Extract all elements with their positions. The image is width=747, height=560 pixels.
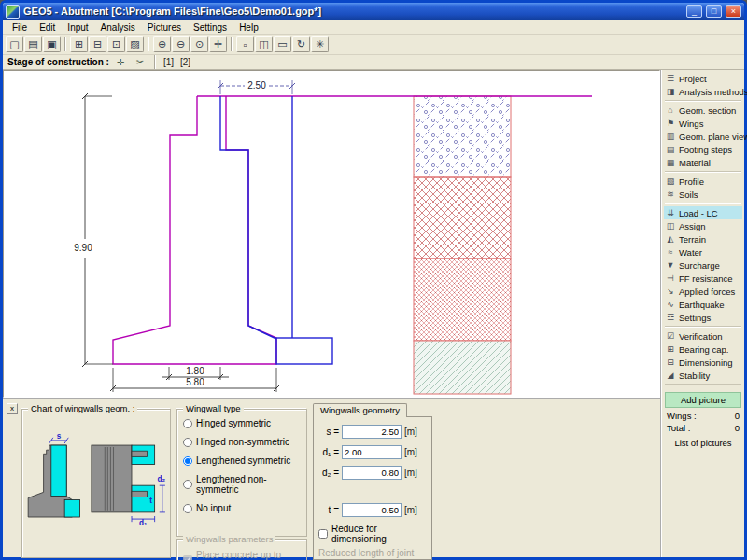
abutment-drawing: 2.50 9.90 1.80 bbox=[4, 71, 660, 396]
minimize-button[interactable]: _ bbox=[686, 5, 702, 18]
radio-no-input[interactable]: No input bbox=[183, 503, 301, 513]
wingwalls-parameters-group: Wingwalls parameters Place concrete up t… bbox=[176, 539, 307, 560]
sidebar-item-terrain[interactable]: ◭Terrain bbox=[664, 232, 742, 245]
sidebar-item-ff-resistance[interactable]: ⊣FF resistance bbox=[664, 272, 742, 285]
maximize-button[interactable]: □ bbox=[706, 5, 722, 18]
radio-lengthened-symmetric[interactable]: Lengthened symmetric bbox=[183, 455, 301, 466]
copy-picture-icon[interactable]: ⊟ bbox=[89, 36, 106, 52]
radio-hinged-symmetric[interactable]: Hinged symmetric bbox=[183, 418, 301, 428]
sidebar-item-verification[interactable]: ☑Verification bbox=[664, 329, 742, 343]
copy-dropdown-icon[interactable]: ⊡ bbox=[107, 36, 125, 52]
wingwall-type-group: Wingwall type Hinged symmetric Hinged no… bbox=[176, 409, 307, 537]
add-picture-button[interactable]: Add picture bbox=[665, 392, 741, 408]
sidebar-item-stability[interactable]: ◢Stability bbox=[664, 369, 742, 382]
radio-lengthened-non-symmetric[interactable]: Lengthened non-symmetric bbox=[183, 474, 301, 495]
sidebar-item-project[interactable]: ☰Project bbox=[664, 72, 742, 85]
radio-lengthened-symmetric-input[interactable] bbox=[183, 456, 192, 466]
d2-field[interactable] bbox=[342, 466, 402, 480]
menu-pictures[interactable]: Pictures bbox=[142, 22, 187, 33]
soils-icon: ≋ bbox=[665, 189, 676, 199]
wingwalls-parameters-title: Wingwalls parameters bbox=[183, 534, 275, 544]
sidebar-separator bbox=[665, 171, 741, 173]
menu-help[interactable]: Help bbox=[233, 22, 264, 33]
close-button[interactable]: × bbox=[726, 5, 741, 18]
load-lc-icon: ⇊ bbox=[665, 208, 676, 217]
stage-1-button[interactable]: [1] bbox=[162, 57, 176, 67]
d1-field[interactable] bbox=[342, 445, 402, 459]
sidebar-item-profile[interactable]: ▧Profile bbox=[664, 175, 742, 188]
sidebar-item-settings[interactable]: ☲Settings bbox=[664, 311, 742, 324]
assign-icon: ◫ bbox=[665, 221, 676, 231]
radio-lengthened-non-symmetric-input[interactable] bbox=[183, 480, 192, 489]
frame-all-icon[interactable]: ▭ bbox=[274, 36, 291, 52]
earthquake-icon: ∿ bbox=[665, 300, 676, 309]
sidebar-item-material[interactable]: ▦Material bbox=[664, 156, 742, 169]
field-row-d1: d₁ = [m] bbox=[318, 445, 427, 459]
sidebar-item-dimensioning[interactable]: ⊟Dimensioning bbox=[664, 356, 742, 369]
pan-icon[interactable]: ✛ bbox=[209, 36, 227, 52]
sidebar-item-geom-plane-view[interactable]: ▥Geom. plane view bbox=[664, 130, 742, 143]
field-row-d2: d₂ = [m] bbox=[318, 466, 427, 480]
wingwall-outline bbox=[220, 96, 332, 364]
sidebar-item-bearing-cap[interactable]: ⊞Bearing cap. bbox=[664, 343, 742, 356]
drawing-canvas[interactable]: 2.50 9.90 1.80 bbox=[3, 70, 660, 398]
sidebar-item-geom-section[interactable]: ⌂Geom. section bbox=[664, 104, 742, 117]
radio-hinged-non-symmetric[interactable]: Hinged non-symmetric bbox=[183, 437, 301, 447]
sidebar-item-wings[interactable]: ⚑Wings bbox=[664, 117, 742, 130]
material-icon: ▦ bbox=[665, 158, 676, 167]
paste-icon[interactable]: ▨ bbox=[126, 36, 144, 52]
frame-select-icon[interactable]: ▫ bbox=[236, 36, 254, 52]
sidebar-separator bbox=[665, 100, 741, 102]
sidebar-item-surcharge[interactable]: ▼Surcharge bbox=[664, 259, 742, 272]
svg-text:9.90: 9.90 bbox=[74, 243, 92, 253]
zoom-out-icon[interactable]: ⊖ bbox=[172, 36, 190, 52]
sidebar-item-footing-steps[interactable]: ▤Footing steps bbox=[664, 143, 742, 156]
frame-edit-icon[interactable]: ◫ bbox=[255, 36, 273, 52]
redraw-icon[interactable]: ✳ bbox=[311, 36, 329, 52]
menu-settings[interactable]: Settings bbox=[188, 22, 233, 33]
sidebar-item-soils[interactable]: ≋Soils bbox=[664, 188, 742, 201]
svg-text:d₁: d₁ bbox=[139, 519, 148, 527]
menu-file[interactable]: File bbox=[7, 22, 33, 33]
verification-icon: ☑ bbox=[665, 331, 676, 341]
place-concrete-checkbox-row: Place concrete up to abutment bbox=[183, 550, 301, 560]
wings-count-row: Wings : 0 bbox=[663, 409, 743, 421]
terrain-icon: ◭ bbox=[665, 234, 676, 244]
open-file-icon[interactable]: ▤ bbox=[24, 36, 42, 52]
menu-input[interactable]: Input bbox=[62, 22, 93, 33]
sidebar-item-load-lc[interactable]: ⇊Load - LC bbox=[664, 206, 742, 219]
sidebar-item-earthquake[interactable]: ∿Earthquake bbox=[664, 298, 742, 311]
radio-hinged-symmetric-input[interactable] bbox=[183, 419, 192, 428]
bottom-panel: x Chart of wingwalls geom. : s bbox=[3, 398, 660, 557]
soil-profile-column bbox=[414, 96, 511, 394]
tab-wingwalls-geometry[interactable]: Wingwalls geometry bbox=[313, 403, 407, 417]
add-stage-icon[interactable]: ✛ bbox=[112, 56, 129, 68]
new-file-icon[interactable]: ▢ bbox=[6, 36, 23, 52]
remove-stage-icon[interactable]: ✂ bbox=[132, 56, 148, 68]
t-field[interactable] bbox=[342, 503, 402, 517]
sidebar-item-applied-forces[interactable]: ↘Applied forces bbox=[664, 285, 742, 298]
sidebar-item-assign[interactable]: ◫Assign bbox=[664, 219, 742, 232]
svg-text:2.50: 2.50 bbox=[247, 80, 266, 91]
geom-plane-view-icon: ▥ bbox=[665, 132, 676, 141]
zoom-previous-icon[interactable]: ⊙ bbox=[190, 36, 208, 52]
sidebar-item-water[interactable]: ≈Water bbox=[664, 245, 742, 259]
copy-stage-icon[interactable]: ⊞ bbox=[70, 36, 88, 52]
sidebar-item-analysis-methods[interactable]: ◨Analysis methods bbox=[664, 85, 742, 98]
radio-hinged-non-symmetric-input[interactable] bbox=[183, 438, 192, 447]
list-of-pictures-button[interactable]: List of pictures bbox=[665, 437, 741, 449]
rotate-view-icon[interactable]: ↻ bbox=[292, 36, 310, 52]
save-file-icon[interactable]: ▣ bbox=[43, 36, 61, 52]
s-field[interactable] bbox=[342, 425, 402, 439]
reduce-for-dimensioning-row[interactable]: Reduce for dimensioning bbox=[318, 524, 427, 544]
panel-close-button[interactable]: x bbox=[7, 403, 18, 414]
field-row-s: s = [m] bbox=[318, 425, 427, 439]
stage-2-button[interactable]: [2] bbox=[178, 57, 192, 67]
radio-no-input-input[interactable] bbox=[183, 504, 192, 513]
reduce-for-dimensioning-checkbox[interactable] bbox=[318, 529, 328, 539]
zoom-in-icon[interactable]: ⊕ bbox=[153, 36, 171, 52]
footing-steps-icon: ▤ bbox=[665, 145, 676, 154]
menu-analysis[interactable]: Analysis bbox=[95, 22, 141, 33]
menu-edit[interactable]: Edit bbox=[34, 22, 61, 33]
menu-bar: File Edit Input Analysis Pictures Settin… bbox=[3, 20, 744, 35]
